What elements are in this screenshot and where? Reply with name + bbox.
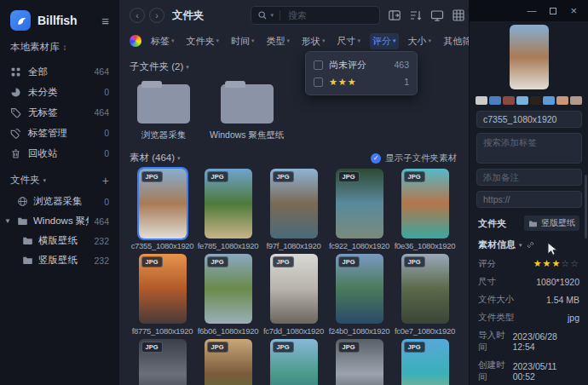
material-thumbnail[interactable]: JPG xyxy=(139,254,187,324)
material-thumbnail[interactable]: JPG xyxy=(401,339,449,385)
sort-icon[interactable] xyxy=(409,9,423,22)
material-name: f97f_1080x1920 xyxy=(261,241,326,250)
sidebar-item-tag-manage[interactable]: 标签管理 0 xyxy=(0,123,119,143)
filter-dropdown[interactable]: 文件夹▾ xyxy=(184,33,222,49)
material-name: fe785_1080x1920 xyxy=(195,241,261,250)
filter-dropdown[interactable]: 类型▾ xyxy=(264,33,293,49)
material-item[interactable]: JPG f24b0_1080x1920 xyxy=(326,254,392,336)
empty-stars-icon[interactable]: ☆☆ xyxy=(561,258,579,268)
preview-monitor-icon[interactable] xyxy=(430,9,444,22)
sidebar-item-untagged[interactable]: 无标签 464 xyxy=(0,102,119,123)
filter-dropdown[interactable]: 时间▾ xyxy=(228,33,257,49)
tree-expand-caret-icon[interactable]: ▼ xyxy=(3,217,12,225)
material-thumbnail[interactable]: JPG xyxy=(205,169,252,238)
color-wheel-icon[interactable] xyxy=(130,35,141,47)
material-item[interactable]: JPG f8775_1080x1920 xyxy=(130,254,195,336)
material-item[interactable]: JPG xyxy=(392,339,458,385)
rating-stars[interactable]: ★★★☆☆ xyxy=(533,258,579,269)
color-swatch[interactable] xyxy=(503,96,515,105)
maximize-button[interactable] xyxy=(550,8,556,14)
material-item[interactable]: JPG fc922_1080x1920 xyxy=(326,169,392,250)
material-item[interactable]: JPG xyxy=(195,339,261,385)
add-folder-button[interactable]: + xyxy=(102,175,109,187)
search-input[interactable] xyxy=(286,9,372,21)
materials-label-wrap[interactable]: 素材 (464) ▾ xyxy=(130,152,371,164)
link-icon[interactable] xyxy=(526,240,535,250)
material-item[interactable]: JPG f6b06_1080x1920 xyxy=(195,254,261,336)
material-item[interactable]: JPG fc7dd_1080x1920 xyxy=(261,254,326,336)
subfolder-windows-spotlight[interactable]: Windows 聚焦壁纸 xyxy=(210,80,285,141)
filter-dropdown[interactable]: 评分▾ xyxy=(370,33,399,49)
material-info-header[interactable]: 素材信息 ▾ xyxy=(470,233,588,255)
sidebar-item-all[interactable]: 全部 464 xyxy=(0,61,119,82)
forward-button[interactable]: › xyxy=(149,8,164,23)
filled-stars-icon[interactable]: ★★★ xyxy=(533,258,562,268)
sidebar-item-count: 464 xyxy=(94,107,109,118)
subfolder-browser-capture[interactable]: 浏览器采集 xyxy=(131,80,196,141)
subfolders-header[interactable]: 子文件夹 (2) ▾ xyxy=(130,60,469,73)
color-swatch[interactable] xyxy=(556,96,568,105)
library-selector[interactable]: 本地素材库 ↕ xyxy=(0,39,119,61)
check-circle-icon[interactable]: ✓ xyxy=(371,153,381,164)
filetype-badge: JPG xyxy=(207,256,228,267)
filter-dropdown[interactable]: 形状▾ xyxy=(299,33,328,49)
show-subfolder-materials-toggle[interactable]: ✓ 显示子文件夹素材 xyxy=(371,152,457,164)
filter-dropdown[interactable]: 大小▾ xyxy=(406,33,435,49)
sidebar-item-uncategorized[interactable]: 未分类 0 xyxy=(0,82,119,102)
search-box[interactable]: ▾ xyxy=(251,6,380,25)
material-thumbnail[interactable]: JPG xyxy=(270,169,318,238)
sidebar-folder-browser-capture[interactable]: 浏览器采集 0 xyxy=(0,192,119,211)
material-item[interactable]: JPG xyxy=(130,339,195,385)
folders-section-header[interactable]: 文件夹 ▾ + xyxy=(0,164,119,192)
color-swatch[interactable] xyxy=(530,96,542,105)
scrollbar[interactable] xyxy=(585,175,587,238)
sidebar-item-recycle-bin[interactable]: 回收站 0 xyxy=(0,143,119,164)
material-item[interactable]: JPG f0e36_1080x1920 xyxy=(392,169,458,250)
rating-option-three-stars[interactable]: ★★★ 1 xyxy=(314,73,409,90)
color-swatch[interactable] xyxy=(516,96,528,105)
sidebar-folder-portrait-wallpaper[interactable]: 竖版壁纸 232 xyxy=(0,250,119,270)
collapse-panel-icon[interactable] xyxy=(388,9,401,22)
filetype-badge: JPG xyxy=(273,256,294,267)
material-item[interactable]: JPG c7355_1080x1920 xyxy=(130,169,195,250)
preview-image[interactable] xyxy=(510,25,549,89)
filter-dropdown[interactable]: 尺寸▾ xyxy=(335,33,364,49)
back-button[interactable]: ‹ xyxy=(130,8,145,23)
filename-field[interactable] xyxy=(476,111,582,128)
material-thumbnail[interactable]: JPG xyxy=(401,169,449,238)
material-thumbnail[interactable]: JPG xyxy=(336,254,383,324)
color-swatch[interactable] xyxy=(489,96,501,105)
material-thumbnail[interactable]: JPG xyxy=(336,339,383,385)
sidebar-folder-windows-spotlight[interactable]: ▼ Windows 聚焦壁纸 464 xyxy=(0,211,119,231)
material-item[interactable]: JPG xyxy=(261,339,326,385)
material-item[interactable]: JPG f97f_1080x1920 xyxy=(261,169,326,250)
checkbox-icon[interactable] xyxy=(314,60,323,70)
minimize-button[interactable]: — xyxy=(527,6,536,15)
material-thumbnail[interactable]: JPG xyxy=(336,169,383,238)
material-thumbnail[interactable]: JPG xyxy=(139,169,187,238)
material-item[interactable]: JPG fc0e7_1080x1920 xyxy=(392,254,458,336)
hamburger-menu-icon[interactable]: ≡ xyxy=(101,14,109,27)
color-swatch[interactable] xyxy=(543,96,555,105)
sidebar-folder-landscape-wallpaper[interactable]: 横版壁纸 232 xyxy=(0,231,119,250)
material-thumbnail[interactable]: JPG xyxy=(205,254,252,324)
material-item[interactable]: JPG xyxy=(326,339,392,385)
material-thumbnail[interactable]: JPG xyxy=(139,339,187,385)
tag-search-input[interactable] xyxy=(476,133,582,164)
filter-dropdown[interactable]: 标签▾ xyxy=(148,33,177,49)
material-thumbnail[interactable]: JPG xyxy=(401,254,449,324)
note-input[interactable] xyxy=(476,169,582,186)
folder-chip[interactable]: 竖版壁纸 xyxy=(524,215,579,231)
close-button[interactable]: × xyxy=(570,5,577,16)
material-item[interactable]: JPG fe785_1080x1920 xyxy=(195,169,261,250)
color-swatch[interactable] xyxy=(570,96,582,105)
material-thumbnail[interactable]: JPG xyxy=(270,254,318,324)
url-input[interactable] xyxy=(476,191,582,208)
material-thumbnail[interactable]: JPG xyxy=(205,339,252,385)
rating-option-unrated[interactable]: 尚未评分 463 xyxy=(314,56,409,73)
chevron-down-icon[interactable]: ▾ xyxy=(271,12,274,19)
color-swatch[interactable] xyxy=(476,96,487,105)
grid-view-icon[interactable] xyxy=(452,9,465,22)
checkbox-icon[interactable] xyxy=(314,78,323,87)
material-thumbnail[interactable]: JPG xyxy=(270,339,318,385)
